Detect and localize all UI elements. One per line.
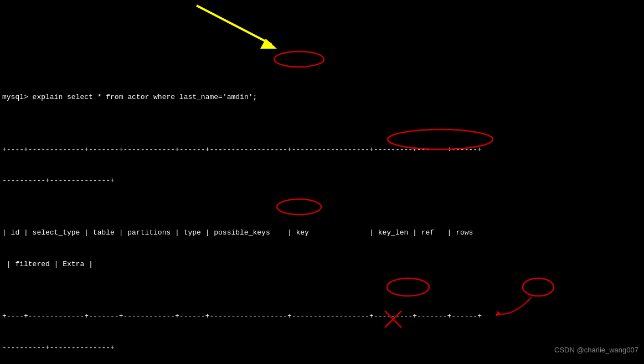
q1-sep2: +----+-------------+-------+------------…: [2, 311, 642, 322]
yellow-arrow-svg: [0, 0, 644, 53]
svg-line-0: [197, 6, 271, 44]
q1-header: | id | select_type | table | partitions …: [2, 228, 642, 238]
query1-command: mysql> explain select * from actor where…: [2, 92, 642, 103]
watermark: CSDN @charlie_wang007: [554, 346, 638, 354]
query1-semicolon: ;: [253, 93, 257, 101]
query1-prompt: mysql> explain select * from actor where…: [2, 93, 223, 101]
annotation-area: [0, 0, 644, 53]
terminal-content: mysql> explain select * from actor where…: [0, 50, 644, 364]
terminal-window: mysql> explain select * from actor where…: [0, 0, 644, 364]
q1-sep2b: ----------+--------------+: [2, 343, 642, 353]
q1-header2: | filtered | Extra |: [2, 259, 642, 270]
query1-value: 'amdin': [223, 93, 253, 101]
q1-sep1b: ----------+--------------+: [2, 176, 642, 186]
q1-sep1: +----+-------------+-------+------------…: [2, 145, 642, 155]
